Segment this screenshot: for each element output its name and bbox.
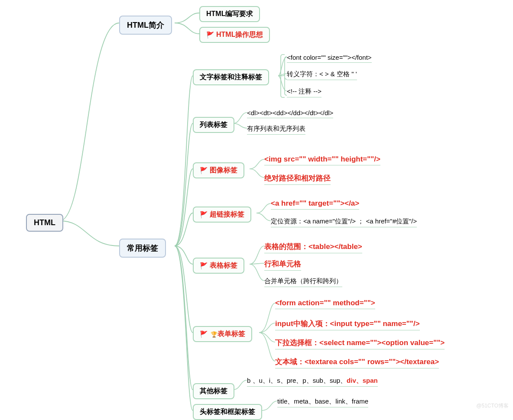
leaf-other-tags: b 、u、i、s、pre、p、sub、sup、div、span bbox=[247, 377, 378, 387]
label: HTML操作思想 bbox=[216, 30, 263, 39]
leaf-path: 绝对路径和相对路径 bbox=[264, 173, 331, 185]
label: 超链接标签 bbox=[210, 210, 244, 219]
leaf-anchor: 定位资源：<a name="位置"/> ； <a href="#位置"/> bbox=[271, 217, 417, 227]
leaf-form: <form action="" method=""> bbox=[275, 299, 375, 309]
leaf-merge: 合并单元格（跨行和跨列） bbox=[264, 277, 342, 287]
leaf-dl: <dl><dt><dd></dd></dt></dl> bbox=[247, 109, 333, 118]
node-thinking[interactable]: HTML操作思想 bbox=[199, 27, 270, 43]
watermark: @51CTO博客 bbox=[476, 402, 509, 410]
label: 表单标签 bbox=[218, 330, 245, 339]
leaf-ordered: 有序列表和无序列表 bbox=[247, 125, 305, 135]
leaf-font: <font color="" size=""></font> bbox=[287, 54, 372, 63]
txt2: div、span bbox=[347, 377, 378, 384]
leaf-head: title、meta、base、link、frame bbox=[277, 397, 368, 407]
leaf-comment: <!-- 注释 --> bbox=[287, 87, 321, 97]
mindmap-canvas: HTML HTML简介 HTML编写要求 HTML操作思想 常用标签 文字标签和… bbox=[13, 9, 511, 411]
root-node[interactable]: HTML bbox=[26, 214, 63, 232]
node-other[interactable]: 其他标签 bbox=[193, 383, 234, 399]
leaf-escape: 转义字符：< > & 空格 " ' bbox=[287, 70, 357, 80]
node-writing-req[interactable]: HTML编写要求 bbox=[199, 6, 260, 22]
label: 图像标签 bbox=[210, 166, 237, 175]
flag-trophy-icon bbox=[200, 330, 218, 338]
leaf-input: input中输入项：<input type="" name=""/> bbox=[275, 319, 420, 330]
txt1: b 、u、i、s、pre、p、sub、sup、 bbox=[247, 377, 347, 384]
label: 表格标签 bbox=[210, 261, 237, 270]
node-form[interactable]: 表单标签 bbox=[193, 326, 252, 342]
leaf-a: <a href="" target=""></a> bbox=[271, 199, 359, 210]
node-head-frame[interactable]: 头标签和框架标签 bbox=[193, 404, 262, 420]
leaf-img: <img src="" width="" height=""/> bbox=[264, 155, 380, 165]
leaf-textarea: 文本域：<textarea cols="" rows=""></textarea… bbox=[275, 357, 439, 368]
node-list[interactable]: 列表标签 bbox=[193, 117, 234, 133]
leaf-table-range: 表格的范围：<table></table> bbox=[264, 242, 362, 253]
node-table[interactable]: 表格标签 bbox=[193, 258, 244, 274]
node-text-comment[interactable]: 文字标签和注释标签 bbox=[193, 69, 269, 85]
node-common-tags[interactable]: 常用标签 bbox=[119, 239, 166, 258]
leaf-row-cell: 行和单元格 bbox=[264, 259, 301, 271]
node-image[interactable]: 图像标签 bbox=[193, 162, 244, 178]
node-link[interactable]: 超链接标签 bbox=[193, 207, 251, 223]
leaf-select: 下拉选择框：<select name=""><option value=""> bbox=[275, 338, 445, 349]
node-html-intro[interactable]: HTML简介 bbox=[119, 16, 172, 35]
